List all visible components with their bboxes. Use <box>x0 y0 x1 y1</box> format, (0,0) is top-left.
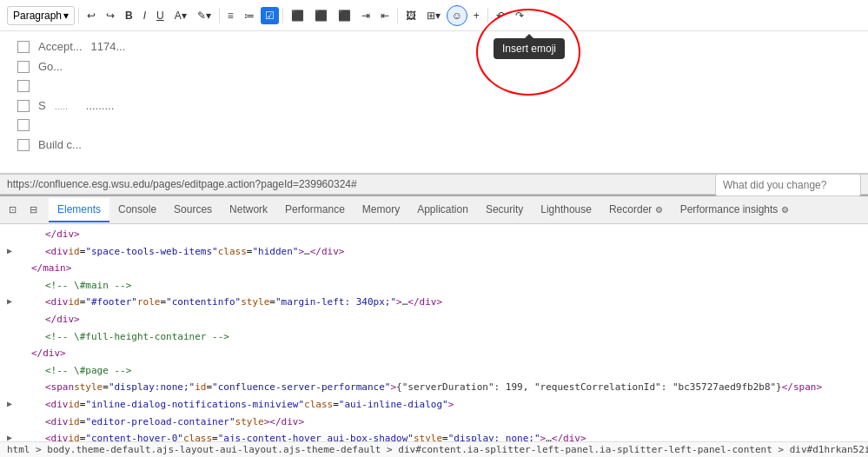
editor-text-4: S <box>38 99 46 112</box>
code-line-10: <span style="display:none;" id="confluen… <box>0 379 868 396</box>
indent-button[interactable]: ⇥ <box>357 7 374 24</box>
separator-3 <box>282 8 283 23</box>
editor-row-3 <box>17 80 851 92</box>
code-line-12: <div id="editor-preload-container" style… <box>0 414 868 431</box>
tab-lighthouse[interactable]: Lighthouse <box>532 198 600 222</box>
editor-text-2: Go... <box>38 60 63 73</box>
change-input[interactable] <box>715 174 861 196</box>
tab-recorder[interactable]: Recorder ⚙ <box>600 198 672 222</box>
checkbox-2[interactable] <box>17 61 30 73</box>
separator-4 <box>397 8 398 23</box>
code-line-3: </main> <box>0 260 868 277</box>
bullet-list-button[interactable]: ≡ <box>223 7 238 24</box>
code-line-6: </div> <box>0 311 868 328</box>
tab-performance[interactable]: Performance <box>276 198 354 222</box>
editor-long-text: ......... <box>76 99 114 112</box>
code-line-13[interactable]: ▶ <div id="content-hover-0" class="ajs-c… <box>0 430 868 441</box>
checkbox-4[interactable] <box>17 100 30 112</box>
insert-emoji-button[interactable]: ☺ <box>447 5 467 26</box>
paragraph-label: Paragraph <box>13 10 62 22</box>
devtools-status-bar: html > body.theme-default.ajs-layout-aui… <box>0 441 868 457</box>
devtools-mobile-icon[interactable]: ⊟ <box>24 202 42 219</box>
more-options-button[interactable]: + <box>469 7 484 24</box>
separator-2 <box>219 8 220 23</box>
undo-button[interactable]: ↩ <box>83 7 100 24</box>
code-line-8: </div> <box>0 345 868 362</box>
editor-text-1: Accept... <box>38 40 83 53</box>
checkbox-6[interactable] <box>17 139 30 151</box>
redo-button[interactable]: ↪ <box>102 7 119 24</box>
insert-table-button[interactable]: ⊞▾ <box>422 7 445 24</box>
code-line-4: <!-- \#main --> <box>0 277 868 295</box>
insert-image-button[interactable]: 🖼 <box>401 7 421 24</box>
separator-1 <box>78 8 79 23</box>
align-center-button[interactable]: ⬛ <box>310 7 332 24</box>
numbered-list-button[interactable]: ≔ <box>240 7 259 24</box>
undo-history-button[interactable]: ↶ <box>492 7 509 24</box>
editor-toolbar: Paragraph ▾ ↩ ↪ B I U A▾ ✎▾ ≡ ≔ ☑ ⬛ ⬛ ⬛ … <box>0 0 868 31</box>
tab-network[interactable]: Network <box>221 198 276 222</box>
checkbox-3[interactable] <box>17 80 30 92</box>
code-line-5[interactable]: ▶ <div id="#footer" role="contentinfo" s… <box>0 294 868 311</box>
underline-button[interactable]: U <box>152 7 169 24</box>
dropdown-arrow: ▾ <box>63 10 69 22</box>
code-line-11[interactable]: ▶ <div id="inline-dialog-notifications-m… <box>0 396 868 414</box>
text-color-button[interactable]: A▾ <box>170 7 191 24</box>
align-right-button[interactable]: ⬛ <box>334 7 355 24</box>
code-line-9: <!-- \#page --> <box>0 362 868 380</box>
task-list-button[interactable]: ☑ <box>261 7 279 24</box>
checkbox-5[interactable] <box>17 119 30 131</box>
redo-history-button[interactable]: ↷ <box>511 7 528 24</box>
paragraph-dropdown[interactable]: Paragraph ▾ <box>7 6 75 25</box>
code-line-1: </div> <box>0 226 868 243</box>
devtools-panel: ⊡ ⊟ Elements Console Sources Network Per… <box>0 195 868 457</box>
editor-row-4: S ..... ......... <box>17 99 851 112</box>
align-left-button[interactable]: ⬛ <box>287 7 308 24</box>
bold-button[interactable]: B <box>121 7 137 24</box>
outdent-button[interactable]: ⇤ <box>376 7 394 24</box>
status-text: html > body.theme-default.ajs-layout-aui… <box>7 444 868 455</box>
devtools-tabbar: ⊡ ⊟ Elements Console Sources Network Per… <box>0 196 868 224</box>
editor-content: Accept... 1174... Go... S ..... ........… <box>0 31 868 167</box>
editor-value-1: 1174... <box>91 40 126 53</box>
editor-row-5 <box>17 119 851 131</box>
editor-text-6: Build c... <box>38 138 82 151</box>
tab-console[interactable]: Console <box>109 198 165 222</box>
tab-memory[interactable]: Memory <box>354 198 408 222</box>
editor-area: Paragraph ▾ ↩ ↪ B I U A▾ ✎▾ ≡ ≔ ☑ ⬛ ⬛ ⬛ … <box>0 0 868 174</box>
tab-security[interactable]: Security <box>477 198 532 222</box>
italic-button[interactable]: I <box>139 7 150 24</box>
devtools-content[interactable]: </div> ▶ <div id="space-tools-web-items"… <box>0 224 868 441</box>
editor-dots: ..... <box>55 101 68 111</box>
separator-5 <box>487 8 488 23</box>
code-line-2[interactable]: ▶ <div id="space-tools-web-items" class=… <box>0 243 868 261</box>
editor-row-6: Build c... <box>17 138 851 151</box>
devtools-icon-group: ⊡ ⊟ <box>3 202 42 219</box>
change-panel <box>715 174 861 196</box>
font-size-button[interactable]: ✎▾ <box>193 7 215 24</box>
url-text: https://confluence.esg.wsu.edu/pages/edi… <box>7 178 357 190</box>
code-line-7: <!-- \#full-height-container --> <box>0 328 868 346</box>
devtools-inspect-icon[interactable]: ⊡ <box>3 202 21 219</box>
editor-row-1: Accept... 1174... <box>17 40 851 53</box>
tab-elements[interactable]: Elements <box>49 198 109 222</box>
checkbox-1[interactable] <box>17 41 30 53</box>
tab-sources[interactable]: Sources <box>165 198 221 222</box>
editor-row-2: Go... <box>17 60 851 73</box>
tab-performance-insights[interactable]: Performance insights ⚙ <box>672 198 798 222</box>
tab-application[interactable]: Application <box>408 198 477 222</box>
